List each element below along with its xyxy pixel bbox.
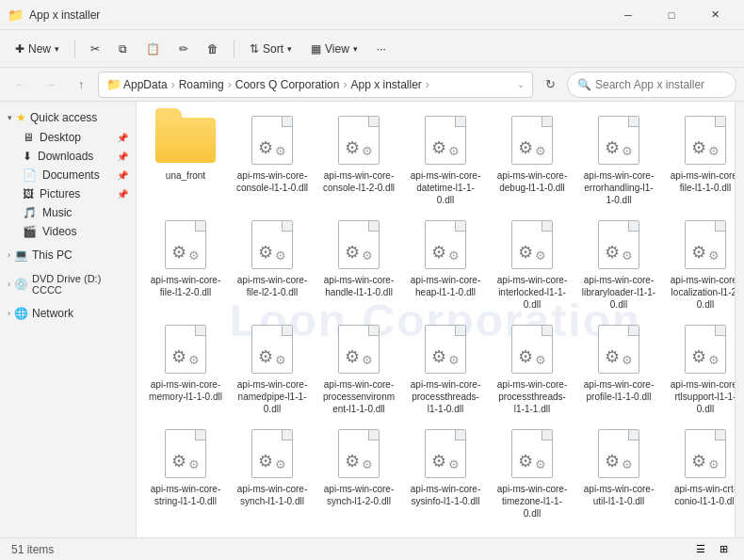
file-item[interactable]: ⚙ ⚙ api-ms-win-core-localization-l1-2-0.… [664, 214, 735, 314]
more-button[interactable]: ··· [369, 39, 394, 59]
sidebar-item-videos[interactable]: 🎬 Videos [0, 222, 136, 241]
breadcrumb-appinstaller[interactable]: App x installer [350, 78, 421, 91]
file-item[interactable]: ⚙ ⚙ api-ms-win-core-datetime-l1-1-0.dll [404, 109, 487, 210]
file-item[interactable]: ⚙ ⚙ api-ms-win-core-console-l1-2-0.dll [317, 109, 400, 210]
copy-button[interactable]: ⧉ [111, 39, 135, 59]
delete-button[interactable]: 🗑 [200, 39, 226, 59]
file-doc-icon: ⚙ ⚙ [338, 220, 380, 269]
file-item[interactable]: ⚙ ⚙ api-ms-win-core-heap-l1-1-0.dll [404, 214, 487, 314]
file-icon-wrap: ⚙ ⚙ [594, 217, 643, 272]
up-button[interactable]: ↑ [68, 72, 94, 98]
pictures-pin-icon: 📌 [117, 189, 128, 200]
titlebar-controls: ─ □ ✕ [607, 0, 736, 30]
addressbar: ← → ↑ 📁 AppData › Roaming › Coors Q Corp… [0, 68, 744, 102]
file-item[interactable]: ⚙ ⚙ api-ms-win-core-file-l1-2-0.dll [144, 214, 227, 314]
new-button[interactable]: ✚ New ▾ [8, 39, 67, 59]
file-doc-icon: ⚙ ⚙ [511, 220, 553, 269]
file-doc-icon: ⚙ ⚙ [511, 429, 553, 478]
dvd-header[interactable]: › 💿 DVD Drive (D:) CCCC [0, 269, 136, 299]
gear-small-icon: ⚙ [448, 353, 460, 367]
file-item[interactable]: ⚙ ⚙ api-ms-win-core-synch-l1-2-0.dll [317, 423, 400, 523]
file-name: api-ms-win-core-errorhandling-l1-1-0.dll [581, 169, 656, 206]
file-item[interactable]: una_front [144, 109, 227, 210]
file-item[interactable]: ⚙ ⚙ api-ms-win-core-processthreads-l1-1-… [404, 318, 487, 419]
file-name: api-ms-win-core-string-l1-1-0.dll [148, 483, 223, 507]
file-item[interactable]: ⚙ ⚙ api-ms-win-core-util-l1-1-0.dll [577, 423, 660, 523]
file-name: api-ms-win-core-interlocked-l1-1-0.dll [494, 274, 570, 311]
sidebar-item-pictures[interactable]: 🖼 Pictures 📌 [0, 184, 136, 203]
file-item[interactable]: ⚙ ⚙ api-ms-win-core-console-l1-1-0.dll [231, 109, 314, 210]
grid-view-button[interactable]: ⊞ [714, 540, 733, 559]
forward-button[interactable]: → [38, 72, 64, 98]
breadcrumb-appdata[interactable]: AppData [123, 78, 168, 91]
file-item[interactable]: ⚙ ⚙ api-ms-win-core-rtlsupport-l1-1-0.dl… [664, 318, 735, 419]
scrollbar[interactable] [735, 102, 744, 537]
file-icon-wrap: ⚙ ⚙ [594, 426, 643, 481]
gear-big-icon: ⚙ [171, 346, 186, 367]
file-item[interactable]: ⚙ ⚙ api-ms-win-core-sysinfo-l1-1-0.dll [404, 423, 487, 523]
sidebar-item-music[interactable]: 🎵 Music [0, 203, 136, 222]
desktop-icon: 🖥 [23, 131, 34, 144]
rename-button[interactable]: ✏ [171, 39, 196, 59]
file-item[interactable]: ⚙ ⚙ api-ms-win-core-file-l1-1-0.dll [664, 109, 735, 210]
file-doc-icon: ⚙ ⚙ [425, 429, 466, 478]
file-item[interactable]: ⚙ ⚙ api-ms-win-crt-conio-l1-1-0.dll [664, 423, 735, 523]
file-doc-icon: ⚙ ⚙ [598, 116, 639, 165]
file-name: api-ms-win-core-namedpipe-l1-1-0.dll [235, 378, 310, 415]
file-item[interactable]: ⚙ ⚙ api-ms-win-core-processenvironment-l… [317, 318, 400, 419]
refresh-button[interactable]: ↻ [537, 72, 563, 98]
search-input[interactable] [595, 78, 736, 91]
gear-small-icon: ⚙ [708, 353, 720, 367]
file-item[interactable]: ⚙ ⚙ api-ms-win-core-handle-l1-1-0.dll [317, 214, 400, 314]
file-icon-wrap: ⚙ ⚙ [248, 217, 297, 272]
file-item[interactable]: ⚙ ⚙ api-ms-win-core-memory-l1-1-0.dll [144, 318, 227, 419]
sidebar-item-desktop[interactable]: 🖥 Desktop 📌 [0, 128, 136, 147]
file-item[interactable]: ⚙ ⚙ api-ms-win-core-profile-l1-1-0.dll [577, 318, 660, 419]
file-item[interactable]: ⚙ ⚙ api-ms-win-core-debug-l1-1-0.dll [491, 109, 574, 210]
maximize-button[interactable]: □ [650, 0, 693, 30]
titlebar-title: App x installer [29, 8, 607, 22]
new-chevron-icon: ▾ [55, 44, 59, 54]
file-doc-icon: ⚙ ⚙ [338, 429, 380, 478]
file-icon-wrap: ⚙ ⚙ [421, 426, 470, 481]
list-view-button[interactable]: ☰ [691, 540, 710, 559]
view-button[interactable]: ▦ View ▾ [303, 39, 365, 59]
file-name: api-ms-win-core-console-l1-2-0.dll [321, 169, 396, 194]
file-item[interactable]: ⚙ ⚙ api-ms-win-core-processthreads-l1-1-… [491, 318, 574, 419]
file-icon-wrap: ⚙ ⚙ [248, 322, 297, 376]
statusbar: 51 items ☰ ⊞ [0, 537, 744, 560]
file-icon-wrap: ⚙ ⚙ [681, 322, 730, 376]
quick-access-header[interactable]: ▾ ★ Quick access [0, 107, 136, 128]
file-item[interactable]: ⚙ ⚙ api-ms-win-core-errorhandling-l1-1-0… [577, 109, 660, 210]
file-item[interactable]: ⚙ ⚙ api-ms-win-core-interlocked-l1-1-0.d… [491, 214, 574, 314]
gear-overlay: ⚙ ⚙ [345, 137, 373, 158]
network-header[interactable]: › 🌐 Network [0, 303, 136, 324]
file-name: api-ms-win-core-heap-l1-1-0.dll [408, 274, 483, 298]
folder-icon-wrap [152, 113, 219, 168]
cut-button[interactable]: ✂ [83, 39, 107, 59]
file-name: api-ms-win-core-file-l1-2-0.dll [148, 274, 223, 298]
titlebar-icon: 📁 [8, 8, 24, 23]
file-item[interactable]: ⚙ ⚙ api-ms-win-core-libraryloader-l1-1-0… [577, 214, 660, 314]
file-item[interactable]: ⚙ ⚙ api-ms-win-core-file-l2-1-0.dll [231, 214, 314, 314]
sort-button[interactable]: ⇅ Sort ▾ [242, 39, 299, 59]
file-name: api-ms-win-core-synch-l1-1-0.dll [235, 483, 310, 507]
file-icon-wrap: ⚙ ⚙ [681, 217, 730, 272]
gear-small-icon: ⚙ [622, 248, 633, 263]
gear-big-icon: ⚙ [431, 137, 446, 158]
thispc-header[interactable]: › 💻 This PC [0, 245, 136, 265]
gear-big-icon: ⚙ [345, 346, 360, 367]
breadcrumb-corp[interactable]: Coors Q Corporation [235, 78, 340, 91]
gear-big-icon: ⚙ [605, 346, 620, 367]
sidebar-item-documents[interactable]: 📄 Documents 📌 [0, 166, 136, 184]
close-button[interactable]: ✕ [693, 0, 736, 30]
breadcrumb-roaming[interactable]: Roaming [179, 78, 224, 91]
file-item[interactable]: ⚙ ⚙ api-ms-win-core-namedpipe-l1-1-0.dll [231, 318, 314, 419]
back-button[interactable]: ← [8, 72, 34, 98]
sidebar-item-downloads[interactable]: ⬇ Downloads 📌 [0, 147, 136, 166]
file-item[interactable]: ⚙ ⚙ api-ms-win-core-synch-l1-1-0.dll [231, 423, 314, 523]
paste-button[interactable]: 📋 [138, 39, 168, 59]
minimize-button[interactable]: ─ [607, 0, 650, 30]
file-item[interactable]: ⚙ ⚙ api-ms-win-core-string-l1-1-0.dll [144, 423, 227, 523]
file-item[interactable]: ⚙ ⚙ api-ms-win-core-timezone-l1-1-0.dll [491, 423, 574, 523]
